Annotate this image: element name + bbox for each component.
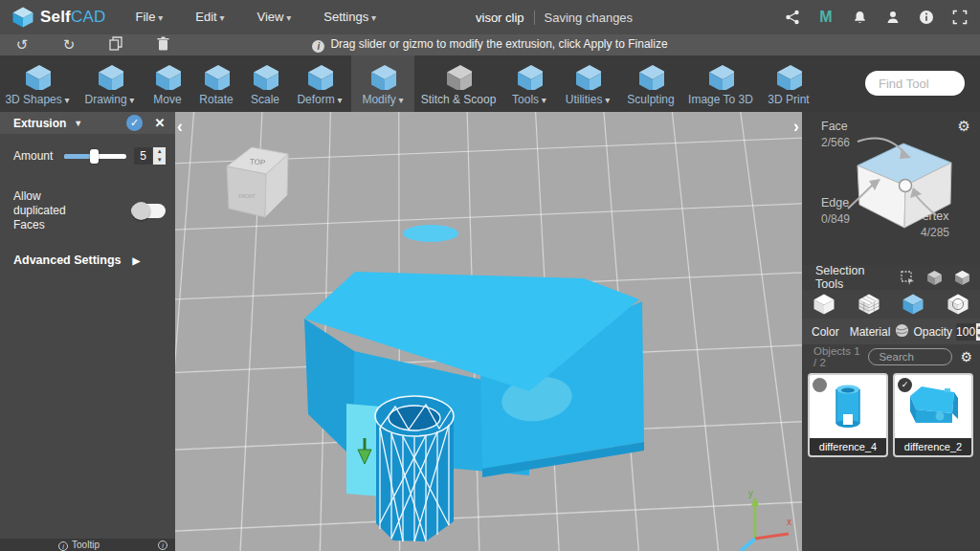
utilities-icon xyxy=(574,63,601,90)
objects-header-row: Objects 1 / 2 ⚙ xyxy=(802,344,980,369)
share-icon[interactable] xyxy=(784,9,801,26)
document-info: visor clip Saving changes xyxy=(476,0,633,34)
menu-edit[interactable]: Edit xyxy=(179,0,240,34)
advanced-settings-button[interactable]: Advanced Settings▶ xyxy=(0,232,175,267)
menu-view[interactable]: View xyxy=(240,0,307,34)
top-menubar: SelfCAD File Edit View Settings visor cl… xyxy=(0,0,980,34)
tool-rotate[interactable]: Rotate xyxy=(190,55,242,112)
material-label: Material xyxy=(850,325,891,339)
tool-utilities[interactable]: Utilities xyxy=(556,55,619,112)
marquee-select-icon[interactable] xyxy=(901,271,915,285)
selection-cube-illustration xyxy=(829,118,972,252)
object-name: difference_2 xyxy=(895,438,971,455)
drawing-icon xyxy=(97,63,123,90)
objects-count-label: Objects 1 / 2 xyxy=(813,345,860,368)
tool-tools[interactable]: Tools xyxy=(502,55,556,112)
apply-button[interactable]: ✓ xyxy=(126,115,143,131)
selection-mode-row xyxy=(802,290,980,319)
rotate-icon xyxy=(203,63,230,90)
image-to-3d-icon xyxy=(707,63,734,90)
mode-mesh-cube-icon[interactable] xyxy=(858,293,880,316)
status-message: iDrag slider or gizmo to modify the extr… xyxy=(0,37,980,53)
logo-wordmark: SelfCAD xyxy=(40,8,105,27)
tool-move[interactable]: Move xyxy=(145,55,190,112)
tool-stitch-scoop[interactable]: Stitch & Scoop xyxy=(414,55,502,112)
opacity-stepper[interactable]: ▲▼ xyxy=(976,323,980,341)
topbar-icons: M xyxy=(784,0,969,34)
mode-sphere-cube-icon[interactable] xyxy=(947,293,969,316)
mode-solid-cube-icon[interactable] xyxy=(813,293,835,316)
tool-drawing[interactable]: Drawing xyxy=(75,55,145,112)
tool-sculpting[interactable]: Sculpting xyxy=(619,55,682,112)
objects-search-input[interactable] xyxy=(868,348,952,365)
selection-tools-label: Selection Tools xyxy=(815,264,889,291)
menu-file[interactable]: File xyxy=(119,0,179,34)
account-avatar[interactable]: M xyxy=(817,9,835,26)
selfcad-logo-icon xyxy=(11,6,34,29)
object-visibility-badge[interactable] xyxy=(813,378,827,392)
volume-select-cube-icon[interactable] xyxy=(954,270,970,286)
help-info-icon[interactable]: i xyxy=(158,540,167,550)
amount-stepper[interactable]: ▲▼ xyxy=(153,147,166,165)
scale-icon xyxy=(252,63,278,90)
move-icon xyxy=(154,63,181,90)
material-sphere-icon[interactable] xyxy=(895,323,909,341)
model-visor-clip[interactable] xyxy=(175,112,802,551)
axis-x-label: x xyxy=(787,517,791,527)
object-properties-row: Color Material Opacity 100 ▲▼ xyxy=(802,319,980,344)
collapse-left-panel-chevron[interactable]: ‹ xyxy=(177,118,183,135)
project-name[interactable]: visor clip xyxy=(476,11,534,25)
tool-3d-shapes[interactable]: 3D Shapes xyxy=(0,55,75,112)
selection-tools-row: Selection Tools xyxy=(802,265,980,290)
3d-viewport[interactable]: TOP FRONT xyxy=(175,112,802,551)
tool-modify[interactable]: Modify xyxy=(351,55,414,112)
object-card-difference-4[interactable]: difference_4 xyxy=(808,373,888,457)
mode-object-cube-icon-selected[interactable] xyxy=(902,293,924,316)
find-tool-input[interactable] xyxy=(865,71,965,96)
fullscreen-icon[interactable] xyxy=(951,9,969,26)
amount-value[interactable]: 5 xyxy=(134,147,153,165)
slider-handle[interactable] xyxy=(90,149,99,164)
face-select-cube-icon[interactable] xyxy=(926,270,943,286)
close-panel-button[interactable]: ✕ xyxy=(152,116,167,130)
amount-label: Amount xyxy=(13,149,53,163)
collapse-right-panel-chevron[interactable]: › xyxy=(793,118,799,135)
allow-duplicated-toggle[interactable] xyxy=(131,204,166,218)
collapse-caret-icon[interactable]: ▼ xyxy=(74,119,82,128)
selfcad-logo[interactable]: SelfCAD xyxy=(0,6,119,29)
objects-settings-gear-icon[interactable]: ⚙ xyxy=(960,349,972,364)
tool-scale[interactable]: Scale xyxy=(242,55,288,112)
tool-3d-print[interactable]: 3D Print xyxy=(759,55,818,112)
saving-status: Saving changes xyxy=(534,11,634,25)
opacity-value[interactable]: 100 xyxy=(956,323,975,341)
tooltip-bar[interactable]: iTooltip i xyxy=(0,539,175,551)
notifications-bell-icon[interactable] xyxy=(851,9,868,26)
object-card-difference-2[interactable]: ✓ difference_2 xyxy=(893,373,973,457)
toggle-knob xyxy=(132,202,150,220)
object-name: difference_4 xyxy=(810,438,886,455)
tool-deform[interactable]: Deform xyxy=(288,55,351,112)
tool-image-to-3d[interactable]: Image To 3D xyxy=(682,55,759,112)
axis-gizmo: y x xyxy=(725,485,802,551)
wireframe-cylinder[interactable] xyxy=(375,396,454,541)
selfcad-app: SelfCAD File Edit View Settings visor cl… xyxy=(0,0,980,551)
object-selected-badge[interactable]: ✓ xyxy=(898,378,912,392)
objects-list: difference_4 ✓ difference_2 xyxy=(802,369,980,461)
stitch-scoop-icon xyxy=(445,63,472,90)
allow-duplicated-label: Allow duplicated Faces xyxy=(13,189,82,232)
color-label: Color xyxy=(812,325,839,339)
info-icon[interactable] xyxy=(918,9,935,26)
opacity-label: Opacity xyxy=(913,325,952,339)
main-toolbar: 3D Shapes Drawing Move Rotate Scale Defo… xyxy=(0,55,980,112)
message-info-icon: i xyxy=(312,40,324,53)
3d-shapes-icon xyxy=(24,63,51,90)
amount-row: Amount 5 ▲▼ xyxy=(0,134,175,165)
selection-summary: ⚙ Face 2/566 Edge 0/849 Vertex 4/285 xyxy=(802,112,980,265)
selection-panel: ⚙ Face 2/566 Edge 0/849 Vertex 4/285 Sel… xyxy=(802,112,980,551)
modify-icon xyxy=(369,63,396,90)
vertex-marker xyxy=(900,180,912,192)
amount-slider[interactable] xyxy=(64,154,125,159)
menu-settings[interactable]: Settings xyxy=(307,0,392,34)
tooltip-info-icon: i xyxy=(58,541,68,551)
user-icon[interactable] xyxy=(884,9,902,26)
